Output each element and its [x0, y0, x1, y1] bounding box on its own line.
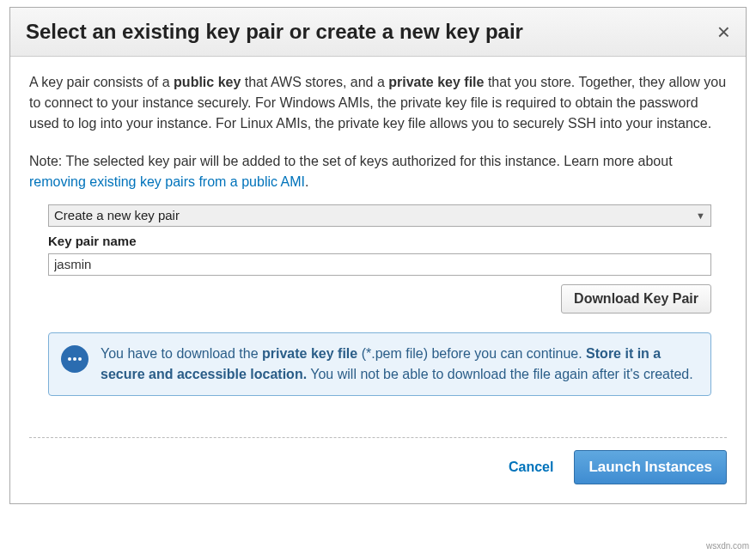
- info-p3: You will not be able to download the fil…: [307, 367, 693, 381]
- chevron-down-icon: ▼: [696, 209, 705, 223]
- desc-part2: that AWS stores, and a: [241, 75, 388, 89]
- cancel-button[interactable]: Cancel: [509, 460, 553, 475]
- info-text: You have to download the private key fil…: [101, 344, 698, 385]
- key-pair-select[interactable]: Create a new key pair ▼: [48, 204, 711, 227]
- info-p2: (*.pem file) before you can continue.: [357, 346, 586, 361]
- key-pair-form: Create a new key pair ▼ Key pair name Do…: [29, 204, 727, 396]
- note-text: Note: The selected key pair will be adde…: [29, 151, 727, 192]
- info-icon: [61, 345, 88, 373]
- key-pair-name-label: Key pair name: [48, 232, 711, 252]
- desc-bold-private-key: private key file: [388, 75, 484, 89]
- note-suffix: .: [305, 174, 308, 189]
- desc-part1: A key pair consists of a: [29, 75, 174, 89]
- remove-key-pairs-link[interactable]: removing existing key pairs from a publi…: [29, 174, 305, 189]
- modal-header: Select an existing key pair or create a …: [10, 8, 746, 57]
- info-p1: You have to download the: [101, 346, 262, 361]
- info-b1: private key file: [262, 346, 357, 361]
- download-row: Download Key Pair: [48, 284, 711, 314]
- footer-divider: [29, 437, 727, 438]
- description-text: A key pair consists of a public key that…: [29, 72, 727, 134]
- modal-title: Select an existing key pair or create a …: [26, 20, 523, 44]
- download-key-pair-button[interactable]: Download Key Pair: [561, 284, 711, 314]
- desc-bold-public-key: public key: [174, 75, 241, 89]
- info-callout: You have to download the private key fil…: [48, 332, 711, 396]
- key-pair-select-value: Create a new key pair: [54, 206, 180, 226]
- watermark: wsxdn.com: [706, 541, 749, 551]
- key-pair-modal: Select an existing key pair or create a …: [9, 7, 747, 504]
- note-prefix: Note: The selected key pair will be adde…: [29, 154, 673, 168]
- modal-body: A key pair consists of a public key that…: [10, 57, 746, 418]
- close-icon[interactable]: ×: [717, 21, 730, 43]
- key-pair-name-input[interactable]: [48, 253, 711, 276]
- launch-instances-button[interactable]: Launch Instances: [574, 450, 727, 484]
- modal-footer: Cancel Launch Instances: [10, 450, 746, 503]
